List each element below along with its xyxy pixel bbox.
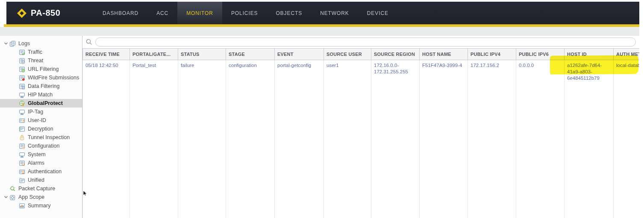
decryption-icon	[19, 125, 26, 132]
globalprotect-icon	[19, 100, 26, 107]
log-cell[interactable]: a1262afe-7d64-41a9-a803-6e4845112b79	[565, 60, 614, 218]
sidebar-item-label: Packet Capture	[18, 186, 55, 192]
configuration-icon	[19, 142, 26, 149]
sidebar-item-threat[interactable]: Threat	[0, 56, 82, 65]
sidebar-item-label: Alarms	[28, 160, 44, 166]
column-header-source-user[interactable]: SOURCE USER	[324, 49, 371, 60]
sidebar-item-app-scope[interactable]: App Scope	[0, 193, 82, 201]
sidebar-item-label: HIP Match	[28, 92, 53, 98]
log-cell[interactable]: portal-getconfig	[275, 60, 324, 218]
nav-item-objects[interactable]: OBJECTS	[267, 2, 311, 24]
sidebar-item-label: System	[28, 151, 46, 157]
column-header-host-name[interactable]: HOST NAME	[420, 49, 468, 60]
search-icon	[85, 38, 93, 46]
sidebar-item-label: App Scope	[18, 194, 44, 200]
column-header-receive-time[interactable]: RECEIVE TIME	[83, 49, 130, 60]
column-header-stage[interactable]: STAGE	[226, 49, 275, 60]
sidebar-item-user-id[interactable]: User-ID	[0, 116, 82, 125]
sidebar-item-hip-match[interactable]: HIP Match	[0, 90, 82, 99]
log-cell[interactable]: 172.17.156.2	[468, 60, 516, 218]
hip-match-icon	[19, 91, 26, 98]
column-header-source-region[interactable]: SOURCE REGION	[371, 49, 420, 60]
alarms-icon	[19, 160, 26, 166]
column-header-event[interactable]: EVENT	[275, 49, 324, 60]
sidebar-item-configuration[interactable]: Configuration	[0, 142, 82, 150]
log-cell[interactable]: F51F47A9-3999-4	[420, 60, 468, 218]
log-cell[interactable]: failure	[178, 60, 226, 218]
log-table-header-row: RECEIVE TIMEPORTAL/GATE...STATUSSTAGEEVE…	[83, 49, 640, 60]
log-cell[interactable]: 0.0.0.0	[516, 60, 565, 218]
app-scope-icon	[9, 194, 16, 201]
device-logo: PA-850	[17, 8, 71, 18]
nav-item-acc[interactable]: ACC	[147, 2, 177, 24]
log-cell[interactable]: 172.16.0.0-172.31.255.255	[371, 60, 420, 218]
column-header-auth-method[interactable]: AUTH METHOD	[614, 49, 640, 60]
sidebar-item-label: Logs	[18, 41, 30, 47]
sidebar-item-label: User-ID	[28, 117, 46, 123]
log-filter-input[interactable]	[95, 38, 636, 47]
chevron-down-icon[interactable]	[3, 195, 9, 199]
logs-icon	[9, 40, 16, 47]
toolbar-band	[0, 27, 639, 36]
log-filter-bar	[82, 36, 639, 48]
sidebar-item-label: WildFire Submissions	[28, 75, 79, 81]
sidebar-item-unified[interactable]: Unified	[0, 176, 82, 184]
sidebar-item-packet-capture[interactable]: Packet Capture	[0, 184, 82, 193]
wildfire-icon	[19, 74, 26, 81]
unified-icon	[19, 177, 26, 183]
sidebar-item-data-filtering[interactable]: Data Filtering	[0, 82, 82, 90]
nav-item-network[interactable]: NETWORK	[311, 2, 358, 24]
log-cell[interactable]: Portal_test	[130, 60, 178, 218]
sidebar-item-ip-tag[interactable]: IP-Tag	[0, 108, 82, 116]
log-cell[interactable]: 05/18 12:42:50	[83, 60, 130, 218]
log-cell[interactable]: user1	[324, 60, 371, 218]
sidebar-item-label: Threat	[28, 58, 43, 64]
sidebar-item-decryption[interactable]: Decryption	[0, 125, 82, 133]
primary-nav: DASHBOARDACCMONITORPOLICIESOBJECTSNETWOR…	[94, 2, 397, 24]
system-icon	[19, 151, 26, 158]
sidebar-item-label: Tunnel Inspection	[28, 134, 70, 140]
nav-item-monitor[interactable]: MONITOR	[177, 2, 222, 24]
sidebar-item-traffic[interactable]: Traffic	[0, 48, 82, 56]
data-filtering-icon	[19, 83, 26, 90]
top-navigation-bar: PA-850 DASHBOARDACCMONITORPOLICIESOBJECT…	[6, 2, 639, 24]
sidebar-item-summary[interactable]: Summary	[0, 201, 82, 210]
nav-item-dashboard[interactable]: DASHBOARD	[94, 2, 147, 24]
nav-item-device[interactable]: DEVICE	[358, 2, 397, 24]
sidebar-item-system[interactable]: System	[0, 150, 82, 159]
log-table: RECEIVE TIMEPORTAL/GATE...STATUSSTAGEEVE…	[82, 48, 639, 218]
sidebar-item-globalprotect[interactable]: GlobalProtect	[0, 99, 82, 108]
column-header-status[interactable]: STATUS	[178, 49, 226, 60]
sidebar-item-label: Data Filtering	[28, 83, 59, 89]
sidebar-item-label: Decryption	[28, 126, 53, 132]
sidebar-item-label: GlobalProtect	[28, 100, 63, 106]
authentication-icon	[19, 168, 26, 175]
column-header-public-ipv6[interactable]: PUBLIC IPV6	[516, 49, 565, 60]
log-cell[interactable]: local-database	[614, 60, 640, 218]
summary-icon	[19, 202, 26, 209]
sidebar-tree: LogsTrafficThreatURL FilteringWildFire S…	[0, 36, 82, 218]
log-cell[interactable]: configuration	[226, 60, 275, 218]
sidebar-item-authentication[interactable]: Authentication	[0, 167, 82, 176]
sidebar-item-alarms[interactable]: Alarms	[0, 159, 82, 167]
sidebar-item-label: Summary	[28, 203, 50, 209]
user-id-icon	[19, 117, 26, 124]
main-panel: RECEIVE TIMEPORTAL/GATE...STATUSSTAGEEVE…	[82, 36, 639, 218]
column-header-host-id[interactable]: HOST ID	[565, 49, 614, 60]
threat-icon	[19, 57, 26, 64]
sidebar-item-label: Traffic	[28, 49, 42, 55]
sidebar-item-label: Unified	[28, 177, 44, 183]
column-header-portal-gate-[interactable]: PORTAL/GATE...	[130, 49, 178, 60]
url-filtering-icon	[19, 66, 26, 73]
chevron-down-icon[interactable]	[3, 41, 9, 46]
sidebar-item-tunnel-inspection[interactable]: Tunnel Inspection	[0, 133, 82, 142]
sidebar-item-url-filtering[interactable]: URL Filtering	[0, 65, 82, 73]
column-header-public-ipv4[interactable]: PUBLIC IPV4	[468, 49, 516, 60]
sidebar-item-wildfire-submissions[interactable]: WildFire Submissions	[0, 73, 82, 82]
nav-item-policies[interactable]: POLICIES	[222, 2, 267, 24]
sidebar-item-logs[interactable]: Logs	[0, 39, 82, 48]
tunnel-inspection-icon	[19, 134, 26, 141]
sidebar-item-label: IP-Tag	[28, 109, 43, 115]
sidebar-item-label: Configuration	[28, 143, 59, 149]
page: PA-850 DASHBOARDACCMONITORPOLICIESOBJECT…	[0, 0, 644, 218]
